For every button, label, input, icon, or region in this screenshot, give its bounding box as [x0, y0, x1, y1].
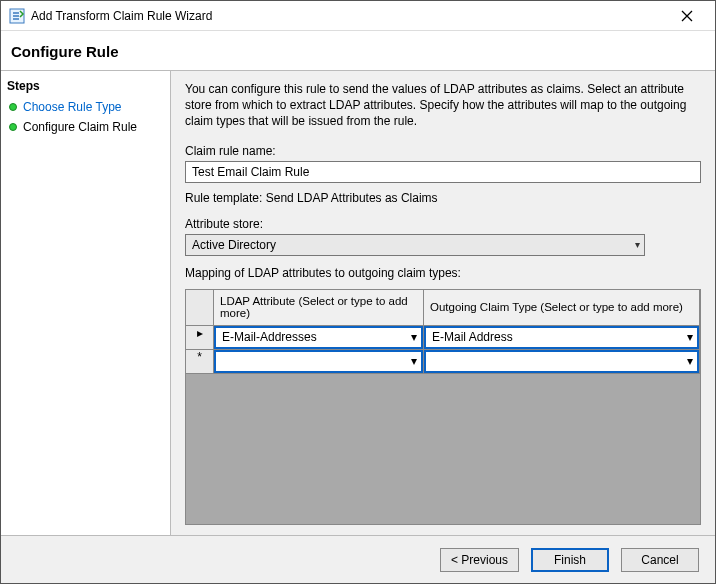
outgoing-claim-dropdown[interactable]: E-Mail Address ▾: [424, 326, 699, 349]
grid-col2-header: Outgoing Claim Type (Select or type to a…: [424, 290, 700, 326]
mapping-label: Mapping of LDAP attributes to outgoing c…: [185, 266, 701, 280]
chevron-down-icon: ▾: [411, 330, 417, 344]
title-bar: Add Transform Claim Rule Wizard: [1, 1, 715, 31]
grid-corner: [186, 290, 214, 326]
table-row: * ▾ ▾: [186, 350, 700, 374]
claim-rule-name-label: Claim rule name:: [185, 144, 701, 158]
steps-sidebar: Steps Choose Rule Type Configure Claim R…: [1, 71, 171, 535]
attribute-store-dropdown[interactable]: Active Directory ▾: [185, 234, 645, 256]
step-label: Configure Claim Rule: [23, 120, 137, 134]
chevron-down-icon: ▾: [687, 354, 693, 368]
close-button[interactable]: [667, 2, 707, 30]
row-marker: ▸: [186, 326, 214, 350]
window-title: Add Transform Claim Rule Wizard: [31, 9, 667, 23]
step-choose-rule-type[interactable]: Choose Rule Type: [1, 97, 170, 117]
finish-button[interactable]: Finish: [531, 548, 609, 572]
page-heading: Configure Rule: [1, 31, 715, 70]
chevron-down-icon: ▾: [635, 239, 640, 250]
step-label: Choose Rule Type: [23, 100, 122, 114]
description-text: You can configure this rule to send the …: [185, 81, 701, 130]
steps-title: Steps: [1, 75, 170, 97]
rule-template-text: Rule template: Send LDAP Attributes as C…: [185, 191, 701, 205]
content-split: Steps Choose Rule Type Configure Claim R…: [1, 70, 715, 535]
grid-col1-header: LDAP Attribute (Select or type to add mo…: [214, 290, 424, 326]
step-configure-claim-rule[interactable]: Configure Claim Rule: [1, 117, 170, 137]
attribute-store-label: Attribute store:: [185, 217, 701, 231]
grid-header-row: LDAP Attribute (Select or type to add mo…: [186, 290, 700, 326]
row-marker: *: [186, 350, 214, 374]
chevron-down-icon: ▾: [411, 354, 417, 368]
ldap-attribute-value: E-Mail-Addresses: [222, 330, 317, 344]
outgoing-claim-dropdown[interactable]: ▾: [424, 350, 699, 373]
claim-rule-name-input[interactable]: [185, 161, 701, 183]
mapping-grid: LDAP Attribute (Select or type to add mo…: [185, 289, 701, 525]
app-icon: [9, 8, 25, 24]
step-bullet-icon: [9, 103, 17, 111]
cancel-button[interactable]: Cancel: [621, 548, 699, 572]
table-row: ▸ E-Mail-Addresses ▾ E-Mail Address ▾: [186, 326, 700, 350]
mapping-grid-container: LDAP Attribute (Select or type to add mo…: [185, 289, 701, 525]
attribute-store-value: Active Directory: [192, 238, 276, 252]
ldap-attribute-dropdown[interactable]: ▾: [214, 350, 423, 373]
outgoing-claim-value: E-Mail Address: [432, 330, 513, 344]
wizard-footer: < Previous Finish Cancel: [1, 535, 715, 583]
step-bullet-icon: [9, 123, 17, 131]
ldap-attribute-dropdown[interactable]: E-Mail-Addresses ▾: [214, 326, 423, 349]
grid-empty-area: [186, 374, 700, 524]
previous-button[interactable]: < Previous: [440, 548, 519, 572]
main-panel: You can configure this rule to send the …: [171, 71, 715, 535]
chevron-down-icon: ▾: [687, 330, 693, 344]
